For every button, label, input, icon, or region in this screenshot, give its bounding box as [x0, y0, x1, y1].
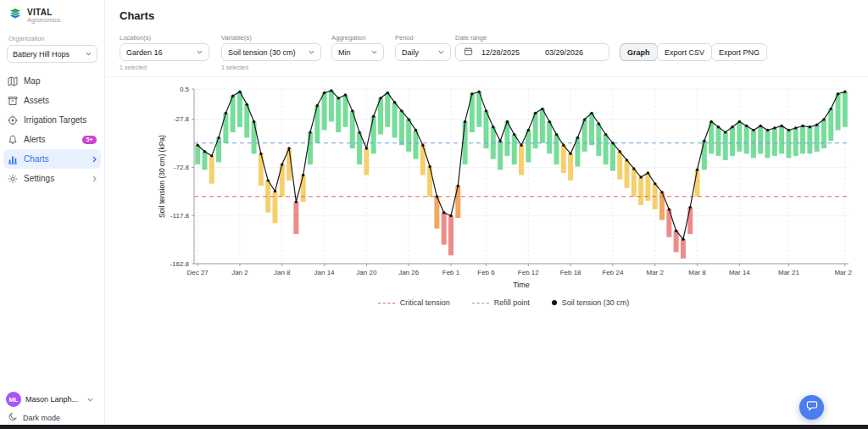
date-range-start[interactable]: 12/28/2025 — [481, 48, 520, 57]
date-range-end[interactable]: 03/29/2026 — [545, 48, 583, 57]
svg-text:Feb 1: Feb 1 — [442, 269, 460, 276]
export-csv-button[interactable]: Export CSV — [657, 43, 712, 61]
sidebar-item-assets[interactable]: Assets — [0, 91, 104, 110]
dark-mode-toggle[interactable]: Dark mode — [8, 412, 60, 423]
page-title: Charts — [120, 9, 154, 22]
location-select[interactable]: Garden 16 — [120, 43, 209, 61]
location-label: Location(s) — [120, 34, 151, 42]
svg-text:Feb 12: Feb 12 — [518, 269, 539, 276]
aggregation-select[interactable]: Min — [331, 43, 384, 61]
sidebar-item-label: Map — [24, 76, 40, 86]
svg-text:Dec 27: Dec 27 — [186, 269, 209, 276]
organization-select[interactable]: Battery Hill Hops — [7, 45, 97, 63]
period-select[interactable]: Daily — [395, 43, 451, 61]
chevron-down-icon — [371, 50, 377, 54]
sidebar-item-irrigation-targets[interactable]: Irrigation Targets — [0, 110, 104, 130]
svg-text:Mar 21: Mar 21 — [778, 269, 799, 276]
variable-value: Soil tension (30 cm) — [228, 48, 296, 57]
svg-text:Jan 8: Jan 8 — [274, 269, 291, 276]
user-name: Mason Lanph... — [25, 395, 78, 404]
date-range-picker[interactable]: 12/28/2025 03/29/2026 — [455, 43, 609, 61]
refill-point-dash-sample — [472, 303, 489, 304]
sidebar-item-label: Alerts — [24, 135, 46, 144]
svg-text:Jan 26: Jan 26 — [398, 269, 420, 276]
svg-text:Soil tension (30 cm) (kPa): Soil tension (30 cm) (kPa) — [158, 135, 166, 218]
bell-icon — [8, 135, 18, 145]
legend-label: Refill point — [494, 298, 530, 307]
legend-soil-tension[interactable]: Soil tension (30 cm) — [552, 298, 630, 307]
legend-label: Critical tension — [400, 298, 450, 307]
brand-subtitle: Agronomics — [27, 17, 61, 24]
sidebar-item-label: Assets — [24, 96, 49, 105]
legend-label: Soil tension (30 cm) — [562, 298, 630, 307]
brand: VITAL Agronomics — [0, 0, 104, 28]
chevron-right-icon — [92, 156, 97, 163]
sidebar-menu: Map Assets Irrigation Targets Alerts 5+ — [0, 71, 104, 188]
svg-text:-162.8: -162.8 — [170, 260, 189, 268]
target-icon — [8, 115, 18, 125]
variable-label: Variable(s) — [221, 34, 252, 42]
svg-text:0.5: 0.5 — [180, 86, 190, 93]
sidebar-item-label: Settings — [24, 174, 54, 183]
alerts-count-badge: 5+ — [82, 136, 97, 144]
logo-layers-icon — [8, 8, 22, 25]
calendar-icon — [464, 47, 473, 58]
chart-legend: Critical tension Refill point Soil tensi… — [155, 298, 852, 307]
organization-label: Organization — [0, 28, 104, 44]
map-icon — [8, 76, 18, 86]
svg-text:Jan 2: Jan 2 — [231, 269, 248, 276]
sidebar-item-map[interactable]: Map — [0, 71, 104, 91]
chevron-right-icon — [92, 176, 97, 182]
soil-tension-chart[interactable]: 0.5-27.8-72.8-117.8-162.8Dec 27Jan 2Jan … — [155, 81, 852, 292]
sidebar-item-label: Charts — [24, 154, 48, 164]
legend-critical-tension[interactable]: Critical tension — [378, 298, 450, 307]
svg-text:Feb 24: Feb 24 — [602, 269, 623, 276]
sidebar-item-label: Irrigation Targets — [24, 115, 86, 125]
filters-divider — [106, 76, 868, 77]
moon-icon — [8, 412, 18, 423]
critical-tension-dash-sample — [378, 303, 395, 304]
legend-refill-point[interactable]: Refill point — [472, 298, 530, 307]
period-label: Period — [395, 34, 414, 42]
chat-bubble-icon — [806, 400, 818, 415]
user-menu[interactable]: ML Mason Lanph... — [6, 392, 102, 407]
svg-text:Mar 14: Mar 14 — [729, 269, 750, 276]
main-content: Charts Location(s) Variable(s) Aggregati… — [106, 0, 868, 429]
chevron-down-icon — [197, 50, 203, 54]
chevron-down-icon — [309, 50, 314, 54]
date-range-label: Date range — [455, 34, 487, 42]
svg-text:Jan 14: Jan 14 — [314, 269, 336, 276]
location-value: Garden 16 — [126, 48, 163, 57]
variable-selected-hint: 1 selected — [221, 64, 248, 70]
svg-text:Feb 18: Feb 18 — [560, 269, 581, 276]
svg-text:Mar 29: Mar 29 — [834, 269, 852, 276]
svg-text:-72.8: -72.8 — [174, 164, 190, 171]
chevron-down-icon — [86, 52, 92, 56]
svg-text:-117.8: -117.8 — [170, 212, 190, 220]
svg-text:Mar 8: Mar 8 — [688, 269, 706, 276]
gear-icon — [8, 174, 18, 184]
sidebar-item-alerts[interactable]: Alerts 5+ — [0, 130, 104, 149]
soil-tension-dot-sample — [552, 300, 557, 305]
sidebar-item-settings[interactable]: Settings — [0, 169, 104, 188]
svg-text:Jan 20: Jan 20 — [356, 269, 377, 276]
sidebar: VITAL Agronomics Organization Battery Hi… — [0, 0, 105, 429]
archive-box-icon — [8, 96, 18, 106]
svg-text:Time: Time — [513, 281, 530, 289]
dark-mode-label: Dark mode — [23, 414, 60, 422]
aggregation-value: Min — [338, 48, 351, 57]
bar-chart-icon — [8, 154, 18, 164]
organization-value: Battery Hill Hops — [13, 50, 70, 58]
svg-text:Mar 2: Mar 2 — [646, 269, 664, 276]
sidebar-item-charts[interactable]: Charts — [3, 149, 101, 169]
export-png-button[interactable]: Export PNG — [711, 43, 767, 61]
graph-button[interactable]: Graph — [620, 43, 658, 61]
svg-text:-27.8: -27.8 — [174, 115, 190, 123]
chat-button[interactable] — [799, 395, 824, 420]
period-value: Daily — [402, 48, 419, 57]
variable-select[interactable]: Soil tension (30 cm) — [221, 43, 321, 61]
chevron-down-icon — [438, 50, 444, 54]
chevron-down-icon — [87, 398, 93, 402]
aggregation-label: Aggregation — [331, 34, 365, 42]
bottom-bar — [0, 425, 868, 429]
